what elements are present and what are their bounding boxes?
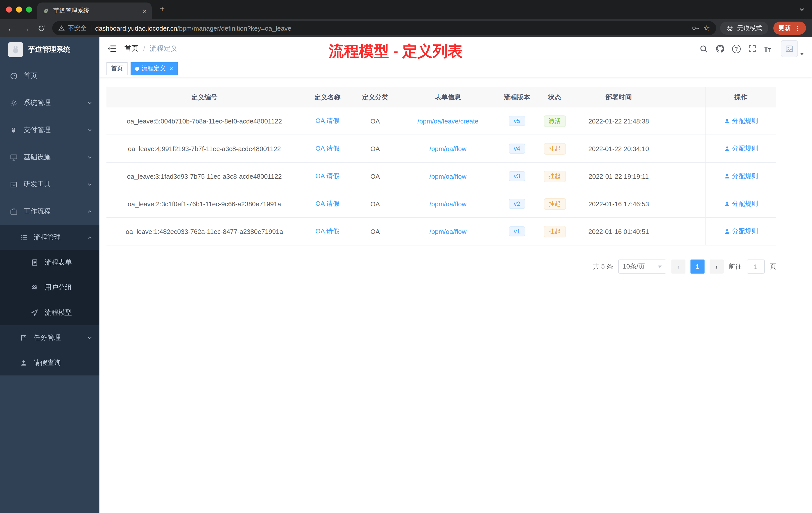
active-dot bbox=[135, 66, 139, 70]
page-unit-label: 页 bbox=[770, 262, 776, 271]
zoom-window-button[interactable] bbox=[26, 6, 32, 12]
forward-button[interactable]: → bbox=[19, 21, 33, 35]
minimize-window-button[interactable] bbox=[16, 6, 22, 12]
chevron-down-icon bbox=[87, 154, 92, 160]
chevron-down-icon bbox=[87, 335, 92, 340]
page-number-button[interactable]: 1 bbox=[691, 260, 704, 274]
chevron-down-icon bbox=[87, 181, 92, 187]
definition-name-link[interactable]: OA 请假 bbox=[315, 117, 339, 125]
sidebar-item-label: 支付管理 bbox=[24, 125, 51, 134]
tag-close-icon[interactable]: × bbox=[169, 65, 173, 72]
definition-name-link[interactable]: OA 请假 bbox=[315, 172, 339, 181]
avatar[interactable] bbox=[781, 40, 798, 57]
status-badge: 挂起 bbox=[544, 225, 566, 237]
fullscreen-icon[interactable] bbox=[748, 45, 756, 53]
tab-close-icon[interactable]: × bbox=[143, 7, 147, 15]
column-header: 部署时间 bbox=[574, 87, 664, 107]
avatar-caret-icon bbox=[800, 53, 804, 55]
sidebar-item-leave-query[interactable]: 请假查询 bbox=[0, 350, 99, 375]
sidebar-item-workflow[interactable]: 工作流程 bbox=[0, 198, 99, 225]
security-status[interactable]: 不安全 bbox=[58, 24, 87, 32]
column-header: 定义编号 bbox=[107, 87, 302, 107]
sidebar-item-payment[interactable]: ¥ 支付管理 bbox=[0, 117, 99, 144]
sidebar-item-home[interactable]: 首页 bbox=[0, 62, 99, 89]
chevron-down-icon bbox=[87, 100, 92, 105]
address-divider bbox=[91, 25, 91, 32]
deploy-time: 2022-01-22 19:19:11 bbox=[574, 163, 664, 190]
pagination-total: 共 5 条 bbox=[593, 262, 613, 271]
definition-name-link[interactable]: OA 请假 bbox=[315, 199, 339, 208]
assign-rule-button[interactable]: 分配规则 bbox=[724, 227, 758, 236]
definition-name-link[interactable]: OA 请假 bbox=[315, 227, 339, 236]
tag-process-definition[interactable]: 流程定义 × bbox=[130, 62, 177, 75]
github-icon[interactable] bbox=[715, 44, 724, 53]
logo-avatar bbox=[8, 42, 23, 57]
form-link[interactable]: /bpm/oa/leave/create bbox=[417, 117, 478, 125]
close-window-button[interactable] bbox=[6, 6, 12, 12]
password-key-icon[interactable] bbox=[691, 24, 699, 32]
new-tab-button[interactable]: + bbox=[160, 4, 165, 14]
prev-page-button[interactable]: ‹ bbox=[671, 260, 686, 274]
page-content: 定义编号 定义名称 定义分类 表单信息 流程版本 状态 部署时间 操作 oa_l… bbox=[99, 77, 812, 274]
tab-search-chevron-icon[interactable] bbox=[799, 6, 805, 12]
page-size-select[interactable]: 10条/页 bbox=[618, 260, 666, 274]
breadcrumb-current: 流程定义 bbox=[150, 44, 178, 53]
bookmark-star-icon[interactable]: ☆ bbox=[703, 24, 710, 33]
back-button[interactable]: ← bbox=[4, 21, 18, 35]
breadcrumb-home[interactable]: 首页 bbox=[124, 44, 139, 53]
help-icon[interactable]: ? bbox=[732, 44, 741, 53]
definition-id: oa_leave:2:3c1f0ef1-76b1-11ec-9c66-a2380… bbox=[107, 190, 302, 217]
users-icon bbox=[30, 284, 39, 291]
reload-button[interactable] bbox=[34, 21, 48, 35]
version-tag: v1 bbox=[509, 227, 525, 236]
form-link[interactable]: /bpm/oa/flow bbox=[429, 173, 466, 180]
form-link[interactable]: /bpm/oa/flow bbox=[429, 228, 466, 235]
breadcrumb: 首页 / 流程定义 bbox=[124, 44, 178, 53]
assign-rule-button[interactable]: 分配规则 bbox=[724, 199, 758, 208]
sidebar-item-process-management[interactable]: 流程管理 bbox=[0, 225, 99, 250]
search-icon[interactable] bbox=[699, 44, 708, 53]
sidebar-item-process-form[interactable]: 流程表单 bbox=[0, 250, 99, 275]
definition-id: oa_leave:3:1fad3d93-7b75-11ec-a3c8-acde4… bbox=[107, 163, 302, 190]
assign-rule-button[interactable]: 分配规则 bbox=[724, 144, 758, 153]
deploy-time: 2022-01-16 01:40:51 bbox=[574, 218, 664, 245]
security-label: 不安全 bbox=[68, 24, 87, 32]
update-label: 更新 bbox=[778, 24, 791, 32]
app-title: 芋道管理系统 bbox=[28, 45, 70, 54]
navbar-actions: ? TT bbox=[699, 40, 804, 57]
incognito-icon bbox=[726, 24, 734, 32]
sidebar-item-infrastructure[interactable]: 基础设施 bbox=[0, 144, 99, 171]
sidebar-item-label: 流程模型 bbox=[45, 308, 72, 317]
url-path: /bpm/manager/definition?key=oa_leave bbox=[177, 24, 291, 32]
yen-icon: ¥ bbox=[9, 126, 18, 134]
person-icon bbox=[19, 359, 28, 366]
sidebar-item-user-group[interactable]: 用户分组 bbox=[0, 275, 99, 300]
sidebar-item-task-management[interactable]: 任务管理 bbox=[0, 325, 99, 350]
sidebar-logo[interactable]: 芋道管理系统 bbox=[0, 37, 99, 62]
definition-name-link[interactable]: OA 请假 bbox=[315, 144, 339, 153]
chevron-down-icon bbox=[87, 127, 92, 133]
next-page-button[interactable]: › bbox=[709, 260, 724, 274]
sidebar-collapse-icon[interactable] bbox=[108, 45, 116, 53]
assign-rule-button[interactable]: 分配规则 bbox=[724, 117, 758, 125]
browser-tab[interactable]: 芋道管理系统 × bbox=[37, 2, 152, 19]
sidebar-item-process-model[interactable]: 流程模型 bbox=[0, 300, 99, 325]
warning-triangle-icon bbox=[58, 25, 65, 31]
user-avatar-wrap[interactable] bbox=[781, 40, 804, 57]
form-link[interactable]: /bpm/oa/flow bbox=[429, 145, 466, 152]
chrome-update-button[interactable]: 更新 ⋮ bbox=[773, 22, 806, 35]
form-icon bbox=[30, 259, 39, 266]
browser-toolbar: ← → 不安全 dashboard.yudao.iocoder.cn/bpm/m… bbox=[0, 19, 812, 37]
font-size-icon[interactable]: TT bbox=[763, 45, 771, 53]
incognito-label: 无痕模式 bbox=[737, 24, 762, 32]
sidebar-item-system[interactable]: 系统管理 bbox=[0, 89, 99, 117]
form-link[interactable]: /bpm/oa/flow bbox=[429, 200, 466, 208]
browser-menu-icon[interactable]: ⋮ bbox=[794, 24, 801, 32]
status-badge: 挂起 bbox=[544, 198, 566, 210]
page-goto-input[interactable] bbox=[747, 260, 765, 274]
tag-home[interactable]: 首页 bbox=[107, 62, 127, 75]
address-bar[interactable]: 不安全 dashboard.yudao.iocoder.cn/bpm/manag… bbox=[52, 21, 716, 35]
assign-rule-button[interactable]: 分配规则 bbox=[724, 172, 758, 181]
sidebar-item-dev-tools[interactable]: 研发工具 bbox=[0, 171, 99, 198]
breadcrumb-separator: / bbox=[143, 45, 145, 53]
